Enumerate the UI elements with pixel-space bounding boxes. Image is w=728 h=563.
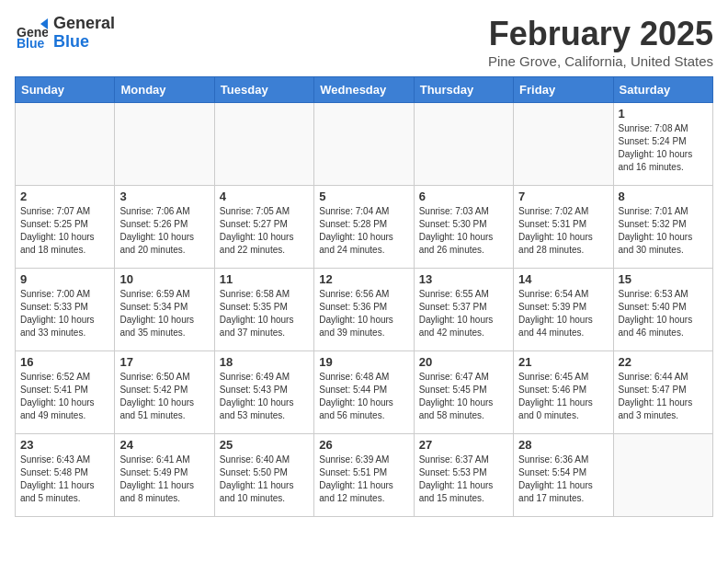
day-info: Sunrise: 6:37 AM Sunset: 5:53 PM Dayligh… [419, 454, 508, 505]
day-info: Sunrise: 6:52 AM Sunset: 5:41 PM Dayligh… [20, 371, 109, 422]
day-info: Sunrise: 7:04 AM Sunset: 5:28 PM Dayligh… [319, 205, 408, 257]
day-info: Sunrise: 7:08 AM Sunset: 5:24 PM Dayligh… [619, 122, 708, 174]
day-info: Sunrise: 6:58 AM Sunset: 5:35 PM Dayligh… [220, 288, 309, 339]
day-info: Sunrise: 7:05 AM Sunset: 5:27 PM Dayligh… [220, 205, 309, 257]
calendar-week-2: 2Sunrise: 7:07 AM Sunset: 5:25 PM Daylig… [16, 186, 713, 269]
day-number: 7 [518, 190, 608, 203]
day-info: Sunrise: 6:43 AM Sunset: 5:48 PM Dayligh… [20, 454, 109, 505]
calendar-cell: 25Sunrise: 6:40 AM Sunset: 5:50 PM Dayli… [214, 434, 313, 517]
calendar-week-3: 9Sunrise: 7:00 AM Sunset: 5:33 PM Daylig… [16, 269, 713, 351]
day-number: 20 [419, 355, 508, 369]
day-number: 13 [419, 272, 508, 286]
calendar-cell: 13Sunrise: 6:55 AM Sunset: 5:37 PM Dayli… [414, 269, 513, 351]
day-info: Sunrise: 7:06 AM Sunset: 5:26 PM Dayligh… [119, 205, 209, 257]
calendar-cell: 28Sunrise: 6:36 AM Sunset: 5:54 PM Dayli… [514, 434, 613, 517]
day-number: 8 [619, 190, 708, 203]
calendar-cell: 15Sunrise: 6:53 AM Sunset: 5:40 PM Dayli… [613, 269, 712, 351]
calendar-cell: 3Sunrise: 7:06 AM Sunset: 5:26 PM Daylig… [115, 186, 214, 269]
day-number: 17 [119, 355, 209, 369]
day-number: 12 [319, 272, 408, 286]
title-block: February 2025 Pine Grove, California, Un… [488, 15, 713, 69]
page-header: General Blue General Blue February 2025 … [15, 15, 713, 69]
day-number: 5 [319, 190, 408, 203]
logo-general-text: General [53, 15, 115, 33]
day-number: 4 [220, 190, 309, 203]
day-info: Sunrise: 6:50 AM Sunset: 5:42 PM Dayligh… [119, 371, 209, 422]
calendar-cell: 8Sunrise: 7:01 AM Sunset: 5:32 PM Daylig… [613, 186, 712, 269]
day-number: 19 [319, 355, 408, 369]
calendar-week-1: 1Sunrise: 7:08 AM Sunset: 5:24 PM Daylig… [16, 103, 713, 186]
calendar-cell [314, 103, 414, 186]
day-number: 22 [619, 355, 708, 369]
calendar-header-row: SundayMondayTuesdayWednesdayThursdayFrid… [16, 77, 713, 103]
svg-text:Blue: Blue [17, 36, 45, 50]
calendar-cell: 4Sunrise: 7:05 AM Sunset: 5:27 PM Daylig… [214, 186, 313, 269]
day-info: Sunrise: 6:55 AM Sunset: 5:37 PM Dayligh… [419, 288, 508, 339]
calendar-cell: 5Sunrise: 7:04 AM Sunset: 5:28 PM Daylig… [314, 186, 414, 269]
day-info: Sunrise: 6:36 AM Sunset: 5:54 PM Dayligh… [518, 454, 608, 505]
weekday-header-wednesday: Wednesday [314, 77, 414, 103]
calendar-cell: 24Sunrise: 6:41 AM Sunset: 5:49 PM Dayli… [115, 434, 214, 517]
calendar-cell: 11Sunrise: 6:58 AM Sunset: 5:35 PM Dayli… [214, 269, 313, 351]
calendar-table: SundayMondayTuesdayWednesdayThursdayFrid… [15, 76, 713, 517]
day-number: 10 [119, 272, 209, 286]
calendar-cell: 21Sunrise: 6:45 AM Sunset: 5:46 PM Dayli… [514, 351, 613, 434]
day-number: 23 [20, 438, 109, 452]
day-info: Sunrise: 6:56 AM Sunset: 5:36 PM Dayligh… [319, 288, 408, 339]
calendar-cell: 7Sunrise: 7:02 AM Sunset: 5:31 PM Daylig… [514, 186, 613, 269]
calendar-cell: 16Sunrise: 6:52 AM Sunset: 5:41 PM Dayli… [16, 351, 115, 434]
calendar-cell: 6Sunrise: 7:03 AM Sunset: 5:30 PM Daylig… [414, 186, 513, 269]
calendar-cell: 27Sunrise: 6:37 AM Sunset: 5:53 PM Dayli… [414, 434, 513, 517]
logo: General Blue General Blue [15, 15, 115, 52]
day-number: 24 [119, 438, 209, 452]
day-number: 6 [419, 190, 508, 203]
day-number: 11 [220, 272, 309, 286]
day-info: Sunrise: 6:45 AM Sunset: 5:46 PM Dayligh… [518, 371, 608, 422]
calendar-cell [214, 103, 313, 186]
day-info: Sunrise: 7:01 AM Sunset: 5:32 PM Dayligh… [619, 205, 708, 257]
calendar-cell [115, 103, 214, 186]
day-number: 15 [619, 272, 708, 286]
calendar-week-4: 16Sunrise: 6:52 AM Sunset: 5:41 PM Dayli… [16, 351, 713, 434]
calendar-cell: 18Sunrise: 6:49 AM Sunset: 5:43 PM Dayli… [214, 351, 313, 434]
location-text: Pine Grove, California, United States [488, 53, 713, 69]
calendar-cell [414, 103, 513, 186]
calendar-cell: 10Sunrise: 6:59 AM Sunset: 5:34 PM Dayli… [115, 269, 214, 351]
calendar-cell [514, 103, 613, 186]
calendar-cell: 14Sunrise: 6:54 AM Sunset: 5:39 PM Dayli… [514, 269, 613, 351]
weekday-header-thursday: Thursday [414, 77, 513, 103]
day-info: Sunrise: 6:59 AM Sunset: 5:34 PM Dayligh… [119, 288, 209, 339]
day-info: Sunrise: 6:39 AM Sunset: 5:51 PM Dayligh… [319, 454, 408, 505]
day-number: 25 [220, 438, 309, 452]
day-number: 18 [220, 355, 309, 369]
logo-icon: General Blue [15, 17, 48, 50]
weekday-header-friday: Friday [514, 77, 613, 103]
day-info: Sunrise: 6:54 AM Sunset: 5:39 PM Dayligh… [518, 288, 608, 339]
day-number: 9 [20, 272, 109, 286]
day-info: Sunrise: 6:47 AM Sunset: 5:45 PM Dayligh… [419, 371, 508, 422]
day-number: 14 [518, 272, 608, 286]
logo-text: General Blue [53, 15, 115, 52]
day-number: 26 [319, 438, 408, 452]
calendar-cell [16, 103, 115, 186]
calendar-cell: 1Sunrise: 7:08 AM Sunset: 5:24 PM Daylig… [613, 103, 712, 186]
day-info: Sunrise: 6:41 AM Sunset: 5:49 PM Dayligh… [119, 454, 209, 505]
calendar-cell: 23Sunrise: 6:43 AM Sunset: 5:48 PM Dayli… [16, 434, 115, 517]
calendar-cell: 12Sunrise: 6:56 AM Sunset: 5:36 PM Dayli… [314, 269, 414, 351]
day-info: Sunrise: 6:48 AM Sunset: 5:44 PM Dayligh… [319, 371, 408, 422]
weekday-header-monday: Monday [115, 77, 214, 103]
day-number: 1 [619, 107, 708, 121]
day-number: 21 [518, 355, 608, 369]
day-info: Sunrise: 7:00 AM Sunset: 5:33 PM Dayligh… [20, 288, 109, 339]
day-number: 16 [20, 355, 109, 369]
weekday-header-tuesday: Tuesday [214, 77, 313, 103]
day-info: Sunrise: 7:07 AM Sunset: 5:25 PM Dayligh… [20, 205, 109, 257]
day-number: 2 [20, 190, 109, 203]
calendar-cell: 20Sunrise: 6:47 AM Sunset: 5:45 PM Dayli… [414, 351, 513, 434]
day-info: Sunrise: 6:44 AM Sunset: 5:47 PM Dayligh… [619, 371, 708, 422]
day-info: Sunrise: 7:02 AM Sunset: 5:31 PM Dayligh… [518, 205, 608, 257]
day-number: 3 [119, 190, 209, 203]
day-number: 28 [518, 438, 608, 452]
calendar-cell: 17Sunrise: 6:50 AM Sunset: 5:42 PM Dayli… [115, 351, 214, 434]
calendar-cell [613, 434, 712, 517]
